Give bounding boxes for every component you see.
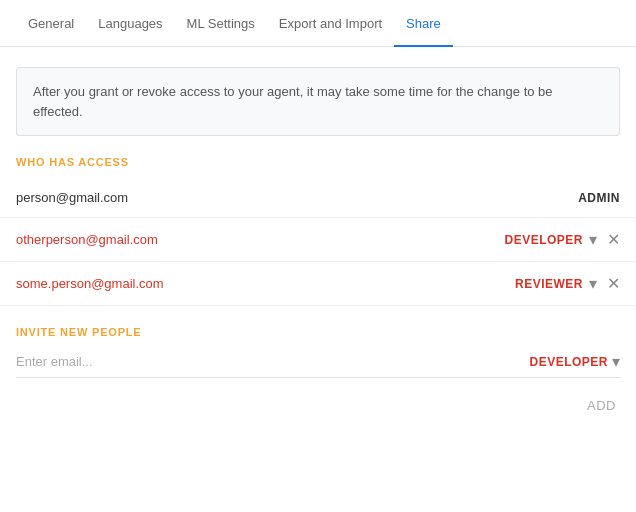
invite-role-area: DEVELOPER ▾: [529, 352, 620, 371]
tab-export-import[interactable]: Export and Import: [267, 0, 394, 47]
info-banner: After you grant or revoke access to your…: [16, 67, 620, 136]
tab-general[interactable]: General: [16, 0, 86, 47]
dropdown-arrow-icon[interactable]: ▾: [589, 230, 597, 249]
invite-role-text: DEVELOPER: [529, 355, 608, 369]
dropdown-arrow-icon[interactable]: ▾: [589, 274, 597, 293]
access-row: some.person@gmail.com REVIEWER ▾ ✕: [0, 262, 636, 306]
role-area: DEVELOPER ▾ ✕: [504, 230, 620, 249]
user-email: some.person@gmail.com: [16, 276, 164, 291]
remove-user-button[interactable]: ✕: [607, 276, 620, 292]
add-button[interactable]: ADD: [583, 392, 620, 419]
tab-ml-settings[interactable]: ML Settings: [175, 0, 267, 47]
who-has-access-label: WHO HAS ACCESS: [16, 156, 620, 168]
remove-user-button[interactable]: ✕: [607, 232, 620, 248]
tab-languages[interactable]: Languages: [86, 0, 174, 47]
user-email: otherperson@gmail.com: [16, 232, 158, 247]
role-badge: DEVELOPER: [504, 233, 583, 247]
dropdown-arrow-icon[interactable]: ▾: [612, 352, 620, 371]
invite-row: DEVELOPER ▾: [16, 350, 620, 378]
invite-section: INVITE NEW PEOPLE DEVELOPER ▾: [16, 326, 620, 378]
add-btn-row: ADD: [16, 392, 620, 419]
role-badge: REVIEWER: [515, 277, 583, 291]
email-input[interactable]: [16, 350, 519, 373]
role-area: ADMIN: [578, 191, 620, 205]
invite-label: INVITE NEW PEOPLE: [16, 326, 620, 338]
access-row: otherperson@gmail.com DEVELOPER ▾ ✕: [0, 218, 636, 262]
banner-text: After you grant or revoke access to your…: [33, 84, 553, 119]
user-email: person@gmail.com: [16, 190, 128, 205]
access-row: person@gmail.com ADMIN: [0, 178, 636, 218]
role-area: REVIEWER ▾ ✕: [515, 274, 620, 293]
role-badge: ADMIN: [578, 191, 620, 205]
nav-tabs: General Languages ML Settings Export and…: [0, 0, 636, 47]
tab-share[interactable]: Share: [394, 0, 453, 47]
